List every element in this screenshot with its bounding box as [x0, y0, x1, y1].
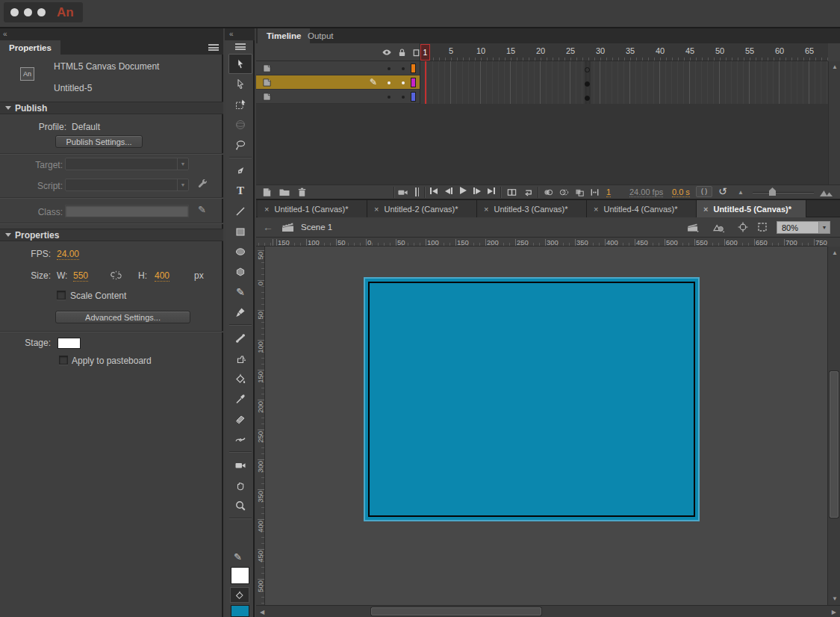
current-frame-value[interactable]: 1	[606, 187, 611, 197]
tools-menu-icon[interactable]	[235, 43, 246, 50]
document-tab-3[interactable]: ×Untitled-3 (Canvas)*	[477, 200, 587, 217]
advanced-settings-button[interactable]: Advanced Settings...	[55, 311, 190, 323]
brush-tool[interactable]	[228, 302, 252, 322]
eraser-tool[interactable]	[228, 409, 252, 429]
text-tool[interactable]: T	[228, 181, 252, 201]
layer-lock-dot[interactable]	[402, 96, 405, 99]
window-minimize-button[interactable]	[24, 8, 32, 16]
panel-menu-icon[interactable]	[208, 44, 219, 51]
window-zoom-button[interactable]	[37, 8, 46, 16]
hand-tool[interactable]	[228, 475, 252, 495]
target-dropdown[interactable]: ▼	[65, 158, 189, 170]
class-input[interactable]	[65, 205, 189, 217]
wrench-icon[interactable]	[196, 178, 209, 191]
zoom-tool[interactable]	[228, 495, 252, 515]
fill-color-bucket-icon[interactable]	[230, 587, 249, 603]
loop-range-button[interactable]: ( )	[696, 186, 712, 197]
edit-class-pencil-icon[interactable]: ✎	[198, 204, 206, 215]
delete-layer-trash-icon[interactable]	[296, 186, 308, 198]
close-icon[interactable]: ×	[264, 205, 269, 214]
go-to-last-frame-button[interactable]	[488, 187, 495, 194]
playhead-marker[interactable]: 1	[420, 44, 430, 61]
close-icon[interactable]: ×	[594, 205, 598, 214]
layer-row-expanded[interactable]: ✎	[256, 75, 828, 90]
width-tool[interactable]	[228, 429, 252, 449]
document-tab-1[interactable]: ×Untitled-1 (Canvas)*	[258, 200, 367, 217]
step-back-button[interactable]	[445, 187, 452, 194]
zoom-level-select[interactable]: 80% ▼	[777, 221, 830, 234]
timeline-frame-ruler[interactable]: 1 5101520253035404550556065	[256, 43, 828, 61]
layer-outline-color-swatch[interactable]	[411, 78, 416, 87]
new-layer-button[interactable]	[261, 186, 273, 198]
collapse-panel-icon[interactable]: «	[3, 30, 8, 38]
stage-color-swatch[interactable]	[57, 338, 81, 349]
layer-frames[interactable]	[420, 61, 828, 75]
scroll-up-icon[interactable]: ▲	[832, 249, 838, 256]
play-button[interactable]	[460, 187, 467, 194]
new-folder-button[interactable]	[278, 186, 290, 198]
document-tab-4[interactable]: ×Untitled-4 (Canvas)*	[587, 200, 697, 217]
polystar-tool[interactable]	[228, 261, 252, 282]
document-tab-5[interactable]: ×Untitled-5 (Canvas)*	[697, 200, 806, 217]
pen-tool[interactable]	[228, 161, 252, 181]
lock-icon[interactable]	[396, 47, 407, 58]
document-name[interactable]: Untitled-5	[54, 83, 92, 93]
stage-canvas[interactable]	[364, 277, 700, 521]
keyframe-filled[interactable]	[585, 96, 590, 101]
timeline-zoom-slider-track[interactable]	[753, 192, 814, 193]
ink-bottle-tool[interactable]	[228, 348, 252, 368]
loop-button[interactable]	[522, 186, 534, 198]
elapsed-time-value[interactable]: 0.0 s	[672, 187, 690, 197]
fill-color-swatch[interactable]	[231, 605, 249, 617]
horizontal-scrollbar[interactable]: ◀ ▶	[256, 605, 840, 617]
publish-section-header[interactable]: Publish	[0, 102, 223, 114]
edit-scene-button[interactable]	[685, 221, 700, 233]
scroll-down-icon[interactable]: ▼	[832, 595, 838, 602]
apply-pasteboard-checkbox[interactable]	[59, 356, 68, 365]
edit-symbols-button[interactable]	[711, 221, 726, 233]
oval-tool[interactable]	[228, 241, 252, 261]
keyframe-hollow[interactable]	[585, 67, 590, 72]
script-dropdown[interactable]: ▼	[65, 179, 189, 191]
layer-visibility-dot[interactable]	[388, 67, 391, 70]
collapse-tools-icon[interactable]: «	[229, 30, 234, 38]
collapse-toolbar-icon[interactable]: ▲	[738, 189, 744, 196]
close-icon[interactable]: ×	[703, 205, 708, 214]
window-close-button[interactable]	[10, 8, 19, 16]
paint-bucket-tool[interactable]	[228, 368, 252, 388]
stroke-color-pencil-icon[interactable]: ✎	[234, 551, 242, 562]
scroll-right-icon[interactable]: ▶	[832, 609, 836, 616]
onion-skin-button[interactable]	[542, 186, 555, 198]
properties-section-header[interactable]: Properties	[0, 229, 223, 241]
pencil-tool[interactable]: ✎	[228, 282, 252, 302]
modify-markers-button[interactable]	[588, 186, 601, 198]
keyframe-filled[interactable]	[585, 81, 590, 87]
layer-outline-color-swatch[interactable]	[411, 92, 416, 102]
drawn-rectangle[interactable]	[368, 282, 695, 517]
playhead-line[interactable]	[425, 61, 426, 104]
layer-lock-dot[interactable]	[402, 81, 405, 84]
go-to-first-frame-button[interactable]	[430, 187, 438, 194]
unlink-dimensions-icon[interactable]	[109, 269, 122, 282]
3d-rotation-tool[interactable]	[228, 114, 252, 134]
vertical-scrollbar-thumb[interactable]	[830, 371, 839, 518]
selection-tool[interactable]	[228, 54, 252, 74]
subselection-tool[interactable]	[228, 74, 252, 94]
scale-content-checkbox[interactable]	[57, 291, 66, 300]
tab-properties[interactable]: Properties	[0, 40, 60, 55]
layer-outline-color-swatch[interactable]	[411, 63, 416, 73]
clip-content-icon[interactable]	[756, 220, 769, 234]
eye-icon[interactable]	[381, 47, 392, 58]
back-arrow-icon[interactable]: ←	[263, 221, 273, 233]
publish-settings-button[interactable]: Publish Settings...	[55, 135, 143, 148]
scene-name[interactable]: Scene 1	[301, 223, 332, 232]
timeline-empty-area[interactable]	[256, 104, 828, 185]
layer-frames[interactable]	[420, 90, 828, 104]
close-icon[interactable]: ×	[484, 205, 488, 214]
tab-output[interactable]: Output	[299, 28, 343, 43]
timeline-scrollbar[interactable]: ▲	[828, 61, 840, 185]
layer-visibility-dot[interactable]	[388, 96, 391, 99]
onion-skin-outlines-button[interactable]	[558, 186, 570, 198]
scroll-left-icon[interactable]: ◀	[260, 609, 264, 616]
layer-frames[interactable]	[420, 75, 828, 90]
